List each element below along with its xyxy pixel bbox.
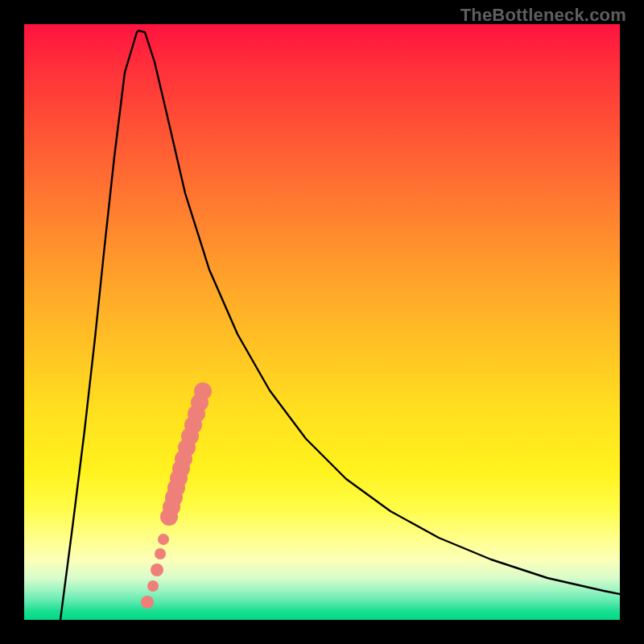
data-point [194, 382, 212, 400]
data-point [158, 534, 169, 545]
data-point [151, 564, 163, 576]
data-markers [141, 382, 212, 609]
plot-area [24, 24, 620, 620]
watermark-text: TheBottleneck.com [460, 5, 626, 26]
chart-frame: TheBottleneck.com [0, 0, 644, 644]
data-point [141, 596, 154, 609]
bottleneck-curve [60, 31, 620, 620]
data-point [155, 548, 166, 559]
data-point [147, 580, 159, 592]
chart-svg [24, 24, 620, 620]
